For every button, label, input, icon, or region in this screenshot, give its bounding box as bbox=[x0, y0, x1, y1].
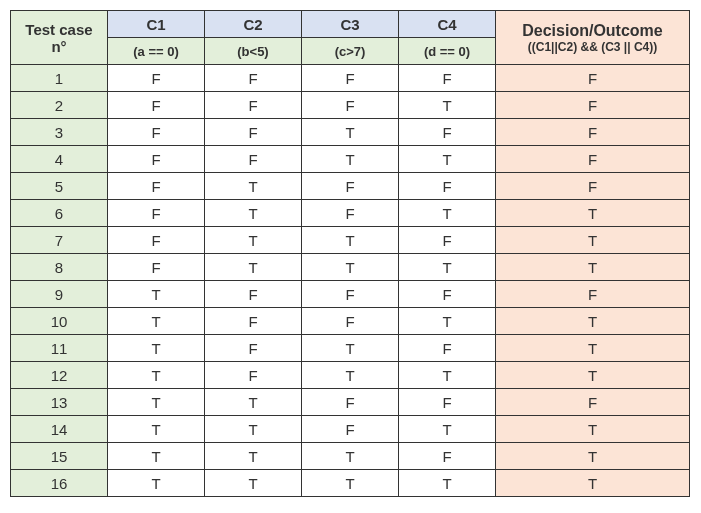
table-row: 6FTFTT bbox=[11, 200, 690, 227]
cell-test-case-no: 11 bbox=[11, 335, 108, 362]
hdr-outcome-expr: ((C1||C2) && (C3 || C4)) bbox=[500, 40, 685, 54]
cell-c2: T bbox=[205, 254, 302, 281]
cell-c3: F bbox=[302, 92, 399, 119]
cell-test-case-no: 5 bbox=[11, 173, 108, 200]
cell-test-case-no: 7 bbox=[11, 227, 108, 254]
cell-test-case-no: 3 bbox=[11, 119, 108, 146]
cell-c1: F bbox=[108, 227, 205, 254]
cell-outcome: T bbox=[496, 443, 690, 470]
cell-c1: T bbox=[108, 308, 205, 335]
table-row: 13TTFFF bbox=[11, 389, 690, 416]
cell-outcome: F bbox=[496, 173, 690, 200]
cell-c3: T bbox=[302, 470, 399, 497]
cell-c4: T bbox=[399, 362, 496, 389]
cell-c3: F bbox=[302, 389, 399, 416]
hdr-c1-expr: (a == 0) bbox=[108, 38, 205, 65]
cell-c4: T bbox=[399, 254, 496, 281]
table-row: 2FFFTF bbox=[11, 92, 690, 119]
cell-test-case-no: 12 bbox=[11, 362, 108, 389]
table-row: 15TTTFT bbox=[11, 443, 690, 470]
cell-c4: F bbox=[399, 227, 496, 254]
table-row: 5FTFFF bbox=[11, 173, 690, 200]
hdr-c4: C4 bbox=[399, 11, 496, 38]
cell-c3: F bbox=[302, 65, 399, 92]
cell-c4: T bbox=[399, 146, 496, 173]
cell-c4: F bbox=[399, 119, 496, 146]
cell-outcome: T bbox=[496, 335, 690, 362]
cell-c1: F bbox=[108, 200, 205, 227]
cell-c1: T bbox=[108, 389, 205, 416]
hdr-c2-expr: (b<5) bbox=[205, 38, 302, 65]
table-row: 3FFTFF bbox=[11, 119, 690, 146]
cell-c1: F bbox=[108, 65, 205, 92]
cell-outcome: F bbox=[496, 389, 690, 416]
cell-c3: T bbox=[302, 335, 399, 362]
cell-c4: F bbox=[399, 173, 496, 200]
cell-c2: T bbox=[205, 200, 302, 227]
cell-c4: T bbox=[399, 308, 496, 335]
cell-c3: F bbox=[302, 200, 399, 227]
hdr-test-case-line1: Test case bbox=[15, 21, 103, 38]
cell-c3: T bbox=[302, 119, 399, 146]
cell-c2: T bbox=[205, 389, 302, 416]
cell-outcome: F bbox=[496, 146, 690, 173]
cell-c2: F bbox=[205, 92, 302, 119]
cell-c3: T bbox=[302, 443, 399, 470]
cell-c2: F bbox=[205, 146, 302, 173]
cell-c2: T bbox=[205, 173, 302, 200]
cell-c4: F bbox=[399, 443, 496, 470]
cell-c1: T bbox=[108, 416, 205, 443]
cell-c1: F bbox=[108, 92, 205, 119]
cell-outcome: F bbox=[496, 92, 690, 119]
cell-c2: F bbox=[205, 335, 302, 362]
cell-outcome: T bbox=[496, 227, 690, 254]
cell-c1: F bbox=[108, 146, 205, 173]
cell-c4: T bbox=[399, 92, 496, 119]
cell-c1: F bbox=[108, 254, 205, 281]
cell-c1: T bbox=[108, 443, 205, 470]
table-body: 1FFFFF2FFFTF3FFTFF4FFTTF5FTFFF6FTFTT7FTT… bbox=[11, 65, 690, 497]
cell-outcome: T bbox=[496, 308, 690, 335]
cell-c2: F bbox=[205, 281, 302, 308]
table-row: 14TTFTT bbox=[11, 416, 690, 443]
cell-c1: F bbox=[108, 119, 205, 146]
table-row: 8FTTTT bbox=[11, 254, 690, 281]
cell-c1: T bbox=[108, 281, 205, 308]
table-row: 4FFTTF bbox=[11, 146, 690, 173]
cell-outcome: T bbox=[496, 254, 690, 281]
cell-outcome: T bbox=[496, 362, 690, 389]
table-header: Test case n° C1 C2 C3 C4 Decision/Outcom… bbox=[11, 11, 690, 65]
table-row: 11TFTFT bbox=[11, 335, 690, 362]
cell-c1: T bbox=[108, 470, 205, 497]
cell-test-case-no: 1 bbox=[11, 65, 108, 92]
table-row: 7FTTFT bbox=[11, 227, 690, 254]
cell-outcome: T bbox=[496, 416, 690, 443]
hdr-c3-expr: (c>7) bbox=[302, 38, 399, 65]
table-row: 12TFTTT bbox=[11, 362, 690, 389]
cell-c4: F bbox=[399, 281, 496, 308]
hdr-test-case-line2: n° bbox=[15, 38, 103, 55]
table-row: 9TFFFF bbox=[11, 281, 690, 308]
table-row: 16TTTTT bbox=[11, 470, 690, 497]
cell-c4: F bbox=[399, 65, 496, 92]
hdr-c1: C1 bbox=[108, 11, 205, 38]
cell-c2: F bbox=[205, 308, 302, 335]
cell-c2: T bbox=[205, 416, 302, 443]
cell-outcome: F bbox=[496, 119, 690, 146]
table-row: 10TFFTT bbox=[11, 308, 690, 335]
hdr-c4-expr: (d == 0) bbox=[399, 38, 496, 65]
cell-test-case-no: 2 bbox=[11, 92, 108, 119]
cell-test-case-no: 4 bbox=[11, 146, 108, 173]
cell-test-case-no: 9 bbox=[11, 281, 108, 308]
cell-c2: T bbox=[205, 443, 302, 470]
cell-c4: T bbox=[399, 470, 496, 497]
cell-outcome: T bbox=[496, 200, 690, 227]
truth-table: Test case n° C1 C2 C3 C4 Decision/Outcom… bbox=[10, 10, 690, 497]
cell-c4: F bbox=[399, 389, 496, 416]
cell-outcome: F bbox=[496, 65, 690, 92]
hdr-outcome-title: Decision/Outcome bbox=[500, 22, 685, 40]
cell-test-case-no: 16 bbox=[11, 470, 108, 497]
cell-c4: F bbox=[399, 335, 496, 362]
cell-test-case-no: 6 bbox=[11, 200, 108, 227]
cell-c3: T bbox=[302, 146, 399, 173]
